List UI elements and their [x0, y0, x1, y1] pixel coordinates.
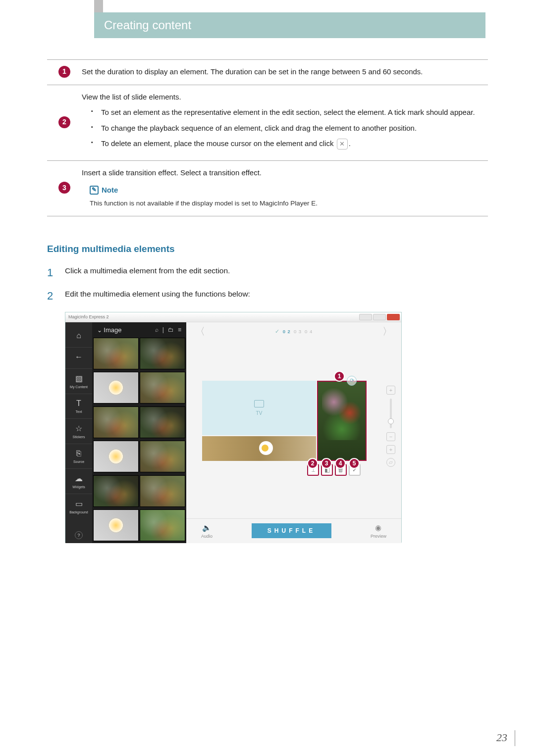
home-icon: ⌂ [65, 331, 92, 340]
tv-placeholder[interactable]: TV [202, 381, 316, 435]
thumbnail[interactable] [93, 509, 139, 541]
callout-badge-1: 1 [334, 371, 345, 382]
shuffle-button[interactable]: SHUFFLE [252, 523, 331, 538]
callout-badge-5: 5 [349, 458, 360, 469]
rail-text[interactable]: TText [65, 394, 92, 417]
legend-2-intro: View the list of slide elements. [82, 91, 488, 102]
divider: | [162, 326, 164, 333]
legend-table: 1 Set the duration to display an element… [47, 59, 488, 216]
close-icon: ✕ [337, 139, 348, 150]
search-icon[interactable]: ⌕ [155, 326, 159, 333]
thumbnail[interactable] [93, 406, 139, 438]
legend-badge-2: 2 [58, 116, 70, 128]
tv-icon [254, 400, 264, 407]
sticker-icon: ☆ [65, 424, 92, 433]
page-header: Creating content [94, 12, 485, 38]
picture-icon: ▧ [65, 374, 92, 383]
note-icon: ✎ [90, 186, 99, 195]
rail-home[interactable]: ⌂ [65, 326, 92, 346]
subheading-editing-multimedia: Editing multimedia elements [47, 244, 488, 254]
preview-button[interactable]: ◉ Preview [371, 523, 386, 539]
rotate-icon[interactable]: ⟳ [347, 376, 357, 386]
window-close-button[interactable] [387, 314, 400, 320]
thumbnail[interactable] [140, 406, 185, 438]
rail-my-content[interactable]: ▧My Content [65, 368, 92, 393]
thumbnail[interactable] [93, 441, 139, 472]
thumbnail[interactable] [140, 509, 185, 541]
callout-badge-2: 2 [307, 458, 318, 469]
zoom-slider[interactable] [390, 399, 392, 428]
reset-zoom-button[interactable]: ▱ [386, 458, 395, 467]
thumbnail[interactable] [140, 372, 185, 403]
rail-source[interactable]: ⎘Source [65, 444, 92, 467]
thumbnail[interactable] [140, 441, 185, 472]
speaker-icon: 🔈 [202, 523, 212, 532]
thumbnail[interactable] [140, 475, 185, 507]
thumbnail[interactable] [93, 338, 139, 369]
prev-arrow-icon[interactable]: 〈 [195, 325, 205, 338]
rail-back[interactable]: ← [65, 347, 92, 367]
window-title: MagicInfo Express 2 [68, 314, 109, 319]
legend-badge-3: 3 [58, 182, 70, 194]
zoom-slider-knob[interactable] [388, 418, 394, 424]
side-rail: ⌂ ← ▧My Content TText ☆Stickers ⎘Source … [65, 322, 92, 543]
thumbnail[interactable] [93, 372, 139, 403]
next-arrow-icon[interactable]: 〉 [382, 325, 392, 338]
callout-badge-3: 3 [321, 458, 332, 469]
text-icon: T [65, 399, 92, 408]
thumbnail-grid [92, 338, 186, 543]
image-panel: Image ⌕ | 🗀 ≡ [92, 322, 186, 543]
source-icon: ⎘ [65, 449, 92, 458]
page-header-title: Creating content [104, 18, 191, 32]
callout-badge-4: 4 [335, 458, 346, 469]
back-arrow-icon: ← [65, 353, 92, 361]
step-2: 2 Edit the multimedia element using the … [47, 289, 488, 304]
page-number: 23 [496, 731, 507, 744]
rail-widgets[interactable]: ☁Widgets [65, 468, 92, 493]
page-divider [515, 730, 515, 746]
window-titlebar: MagicInfo Express 2 [65, 312, 401, 322]
rail-help[interactable]: ? [75, 531, 83, 539]
legend-2-bullet-3: To delete an element, place the mouse cu… [99, 138, 488, 150]
zoom-control: + − + ▱ [385, 386, 396, 467]
fit-button[interactable]: + [386, 445, 395, 454]
selected-multimedia-element[interactable]: ⟳ [317, 381, 367, 461]
audio-button[interactable]: 🔈 Audio [201, 523, 213, 539]
list-icon[interactable]: ≡ [178, 326, 181, 333]
legend-2-bullet-2: To change the playback sequence of an el… [99, 122, 488, 134]
background-icon: ▭ [65, 499, 92, 508]
note-body: This function is not available if the di… [90, 199, 488, 209]
eye-icon: ◉ [375, 523, 381, 532]
check-icon: ✓ [275, 328, 280, 335]
legend-row-3: 3 Insert a slide transition effect. Sele… [47, 160, 488, 216]
step-1: 1 Click a multimedia element from the ed… [47, 265, 488, 281]
window-maximize-button[interactable] [373, 314, 386, 320]
app-screenshot: MagicInfo Express 2 ⌂ ← ▧My Content TTex… [65, 312, 402, 543]
cloud-icon: ☁ [65, 474, 92, 483]
legend-row-1: 1 Set the duration to display an element… [47, 59, 488, 85]
note-heading: ✎ Note [90, 184, 488, 196]
thumbnail[interactable] [140, 338, 185, 369]
panel-category-dropdown[interactable]: Image [97, 326, 121, 334]
thumbnail[interactable] [93, 475, 139, 507]
zoom-in-button[interactable]: + [386, 386, 395, 395]
window-minimize-button[interactable] [359, 314, 372, 320]
folder-icon[interactable]: 🗀 [168, 326, 174, 333]
canvas-area: 〈 ✓ 0 2 0 3 0 4 〉 TV [186, 322, 401, 543]
legend-text-1: Set the duration to display an element. … [82, 66, 488, 78]
legend-row-2: 2 View the list of slide elements. To se… [47, 85, 488, 160]
zoom-out-button[interactable]: − [386, 432, 395, 441]
rail-stickers[interactable]: ☆Stickers [65, 418, 92, 443]
legend-2-bullet-1: To set an element as the representative … [99, 106, 488, 118]
page-indicator: ✓ 0 2 0 3 0 4 [275, 328, 313, 335]
image-strip[interactable] [202, 436, 316, 461]
legend-badge-1: 1 [58, 66, 70, 78]
rail-background[interactable]: ▭Background [65, 494, 92, 518]
legend-3-intro: Insert a slide transition effect. Select… [82, 167, 488, 178]
